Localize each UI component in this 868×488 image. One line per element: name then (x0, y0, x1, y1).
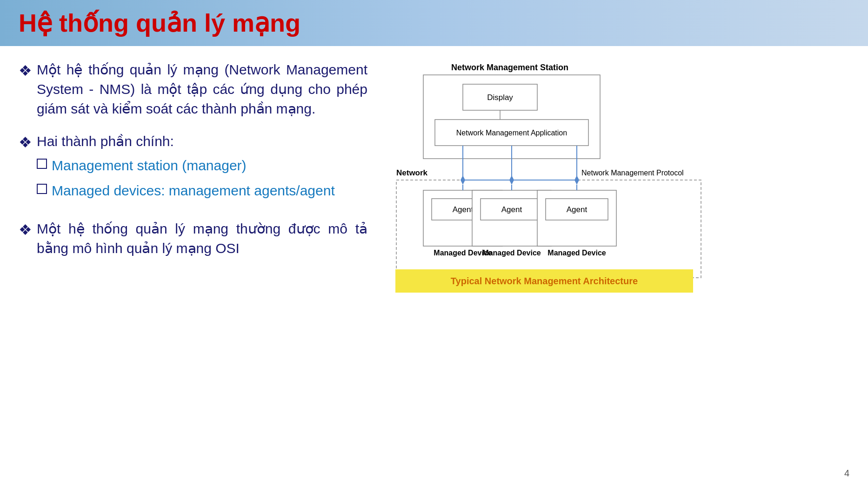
arrow-up-left (461, 175, 465, 180)
bullet-item-1: ❖ Một hệ thống quản lý mạng (Network Man… (19, 60, 367, 119)
sub-bullets: Management station (manager) Managed dev… (37, 156, 335, 201)
left-column: ❖ Một hệ thống quản lý mạng (Network Man… (19, 60, 367, 321)
right-column: Network Management Station Display Netwo… (395, 60, 712, 321)
slide: Hệ thống quản lý mạng ❖ Một hệ thống quả… (0, 0, 868, 488)
page-number: 4 (844, 468, 849, 479)
bullet-text-3: Một hệ thống quản lý mạng thường được mô… (37, 219, 367, 258)
bullet-group-2: Hai thành phần chính: Management station… (37, 132, 335, 206)
sub-text-2: Managed devices: management agents/agent (52, 181, 335, 201)
arrow-up-right (574, 175, 579, 180)
arrow-up-center (509, 175, 514, 180)
agent-center-label: Agent (501, 205, 522, 214)
sub-item-2: Managed devices: management agents/agent (37, 181, 335, 201)
checkbox-icon-2 (37, 184, 47, 194)
diamond-icon-2: ❖ (19, 134, 32, 151)
checkbox-icon-1 (37, 159, 47, 169)
display-label: Display (487, 93, 513, 102)
agent-left-label: Agent (453, 205, 474, 214)
network-diagram: Network Management Station Display Netwo… (395, 60, 702, 321)
bullet-item-3: ❖ Một hệ thống quản lý mạng thường được … (19, 219, 367, 258)
bullet-text-1: Một hệ thống quản lý mạng (Network Manag… (37, 60, 367, 119)
agent-right-label: Agent (567, 205, 588, 214)
nms-label: Network Management Station (451, 63, 568, 72)
content-area: ❖ Một hệ thống quản lý mạng (Network Man… (0, 60, 868, 321)
sub-text-1: Management station (manager) (52, 156, 247, 175)
caption-text: Typical Network Management Architecture (451, 276, 638, 286)
diamond-icon-3: ❖ (19, 221, 32, 239)
bullet-item-2: ❖ Hai thành phần chính: Management stati… (19, 132, 367, 206)
network-label: Network (396, 168, 428, 177)
diagram-container: Network Management Station Display Netwo… (395, 60, 712, 321)
managed-device-label-right: Managed Device (548, 249, 606, 257)
nmp-label: Network Management Protocol (581, 169, 684, 177)
managed-device-label-center: Managed Device (482, 249, 541, 257)
slide-title: Hệ thống quản lý mạng (19, 9, 300, 37)
sub-item-1: Management station (manager) (37, 156, 335, 175)
diamond-icon-1: ❖ (19, 62, 32, 80)
bullet-text-2: Hai thành phần chính: (37, 134, 174, 149)
title-bar: Hệ thống quản lý mạng (0, 0, 868, 46)
nma-label: Network Management Application (456, 129, 567, 137)
